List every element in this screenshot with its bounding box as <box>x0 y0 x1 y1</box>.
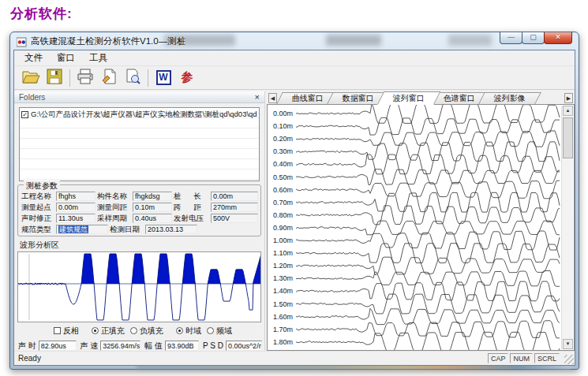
status-indicator-num: NUM <box>510 353 533 363</box>
print-preview-icon <box>124 68 141 88</box>
param-field: 2013.03.13 <box>145 225 197 234</box>
psd-field[interactable]: 0.00us^2/m <box>226 341 262 351</box>
radio-icon <box>92 327 99 334</box>
invert-checkbox[interactable]: 反相 <box>54 326 79 337</box>
checkbox-icon[interactable]: ✓ <box>21 111 28 118</box>
amplitude-field[interactable]: 93.90dB <box>165 341 199 351</box>
tab-label: 色谱窗口 <box>444 93 475 104</box>
scroll-up-icon[interactable]: ▲ <box>563 106 573 116</box>
param-label: 跨 距 <box>172 203 211 213</box>
group-title: 测桩参数 <box>24 181 60 192</box>
tab-label: 数据窗口 <box>343 93 374 104</box>
freq-domain-radio[interactable]: 频域 <box>207 326 232 337</box>
glass-blur <box>448 35 492 46</box>
close-panel-icon[interactable]: × <box>255 93 260 101</box>
sound-speed-label: 声 速 <box>81 341 99 352</box>
tab-scroll-left-icon[interactable]: ◀ <box>268 93 277 103</box>
client-area: 文件窗口工具 W参 Folders × ✓G:\公司产品设计开发\超声仪器\超声… <box>13 50 575 366</box>
file-listbox[interactable]: ✓G:\公司产品设计开发\超声仪器\超声仪实地检测数据\测桩qd\qd03\qd… <box>19 107 260 181</box>
toolbar-separator <box>69 69 70 87</box>
param-field: 0.00m <box>211 192 258 201</box>
title-bar[interactable]: 高铁建混凝土检测分析软件V1.0—测桩 <box>10 32 579 50</box>
waveform-analysis-box[interactable] <box>17 251 261 322</box>
word-icon: W <box>156 70 171 85</box>
scrollbar-thumb[interactable] <box>563 117 573 158</box>
wave-list-panel[interactable]: ▲ ▼ 0.00m0.10m0.20m0.30m0.40m0.50m0.60m0… <box>267 105 575 351</box>
tab-波列影像[interactable]: 波列影像 <box>478 92 541 104</box>
sound-speed-field[interactable]: 3256.94m/s <box>100 341 140 351</box>
param-label: 桩 长 <box>172 192 211 202</box>
folder-list-item[interactable]: ✓G:\公司产品设计开发\超声仪器\超声仪实地检测数据\测桩qd\qd03\qd… <box>21 110 257 119</box>
folders-title: Folders <box>19 93 45 102</box>
glass-blur <box>326 35 381 46</box>
param-field: 0.40us <box>133 214 172 223</box>
print-button[interactable] <box>73 68 97 88</box>
amplitude-label: 幅 值 <box>144 341 163 352</box>
param-row: 测量起点0.00m测量间距0.10m跨 距270mm <box>20 202 258 213</box>
tab-波列窗口[interactable]: 波列窗口 <box>377 91 441 105</box>
status-indicator-cap: CAP <box>488 353 509 363</box>
status-indicator-scrl: SCRL <box>534 353 560 363</box>
radio-icon <box>176 327 183 334</box>
wave-controls: 反相 正填充 负填充 时域 <box>14 325 264 337</box>
scroll-down-icon[interactable]: ▼ <box>563 339 573 349</box>
export-button[interactable] <box>97 68 121 88</box>
time-domain-radio[interactable]: 时域 <box>176 326 201 337</box>
maximize-button[interactable]: ▢ <box>522 32 545 44</box>
radio-icon <box>130 327 137 334</box>
open-button[interactable] <box>19 68 43 88</box>
param-field: 270mm <box>211 203 258 212</box>
checkbox-icon <box>54 327 61 334</box>
minimize-button[interactable]: — <box>500 32 522 44</box>
menu-bar: 文件窗口工具 <box>14 50 575 66</box>
app-icon <box>17 36 27 47</box>
param-field: 0.10m <box>133 203 172 212</box>
param-row: 工程名称fhghs构件名称fhgkdsg桩 长0.00m <box>20 191 258 202</box>
fill-negative-radio[interactable]: 负填充 <box>130 326 163 337</box>
toolbar: W参 <box>14 66 575 90</box>
print-icon <box>76 68 95 88</box>
open-icon <box>21 68 40 88</box>
resize-grip[interactable] <box>564 355 574 364</box>
wave-list-traces <box>268 105 562 351</box>
tab-label: 波列影像 <box>494 93 526 104</box>
param-label: 测量起点 <box>20 203 56 213</box>
menu-item-0[interactable]: 文件 <box>17 50 50 65</box>
right-panel: ◀ ▶ 曲线窗口数据窗口波列窗口色谱窗口波列影像 ▲ ▼ 0.00m0.10m0… <box>267 91 575 351</box>
param-label: 声时修正 <box>20 214 56 224</box>
param-field: 建筑规范 <box>56 225 108 234</box>
menu-item-2[interactable]: 工具 <box>82 50 114 65</box>
param-label: 规范类型 <box>20 225 56 235</box>
param-icon: 参 <box>182 70 193 85</box>
sound-time-field[interactable]: 82.90us <box>39 341 77 351</box>
param-row: 声时修正11.30us采样周期0.40us发射电压500V <box>20 213 258 224</box>
sound-time-label: 声 时 <box>18 341 36 352</box>
menu-item-1[interactable]: 窗口 <box>50 50 82 65</box>
tab-scroll-right-icon[interactable]: ▶ <box>564 93 573 103</box>
pile-params-group: 测桩参数 工程名称fhghs构件名称fhgkdsg桩 长0.00m测量起点0.0… <box>17 184 261 236</box>
tab-strip: ◀ ▶ 曲线窗口数据窗口波列窗口色谱窗口波列影像 <box>267 91 575 105</box>
word-report-button[interactable]: W <box>152 68 175 88</box>
status-bar: Ready CAPNUMSCRL <box>14 351 575 365</box>
parameters-button[interactable]: 参 <box>175 68 199 88</box>
param-field: 500V <box>211 214 258 223</box>
folder-item-label: G:\公司产品设计开发\超声仪器\超声仪实地检测数据\测桩qd\qd03\qd0… <box>31 110 257 119</box>
param-field: 0.00m <box>56 203 96 212</box>
close-button[interactable]: ✕ <box>544 32 572 44</box>
fill-positive-radio[interactable]: 正填充 <box>92 326 125 337</box>
radio-icon <box>207 327 214 334</box>
save-button[interactable] <box>43 68 66 88</box>
tab-label: 曲线窗口 <box>292 93 324 104</box>
param-label: 发射电压 <box>172 214 211 224</box>
param-label: 构件名称 <box>96 192 133 202</box>
print-preview-button[interactable] <box>121 68 144 88</box>
param-row: 规范类型建筑规范检测日期2013.03.13 <box>20 224 258 235</box>
selected-text: 建筑规范 <box>58 225 88 233</box>
param-label: 采样周期 <box>96 214 133 224</box>
window-title: 高铁建混凝土检测分析软件V1.0—测桩 <box>31 35 185 47</box>
vertical-scrollbar[interactable]: ▲ ▼ <box>561 106 573 349</box>
export-icon <box>100 68 118 88</box>
param-label: 测量间距 <box>96 203 133 213</box>
psd-label: P S D <box>203 341 223 350</box>
folders-caption: Folders × <box>14 91 264 103</box>
